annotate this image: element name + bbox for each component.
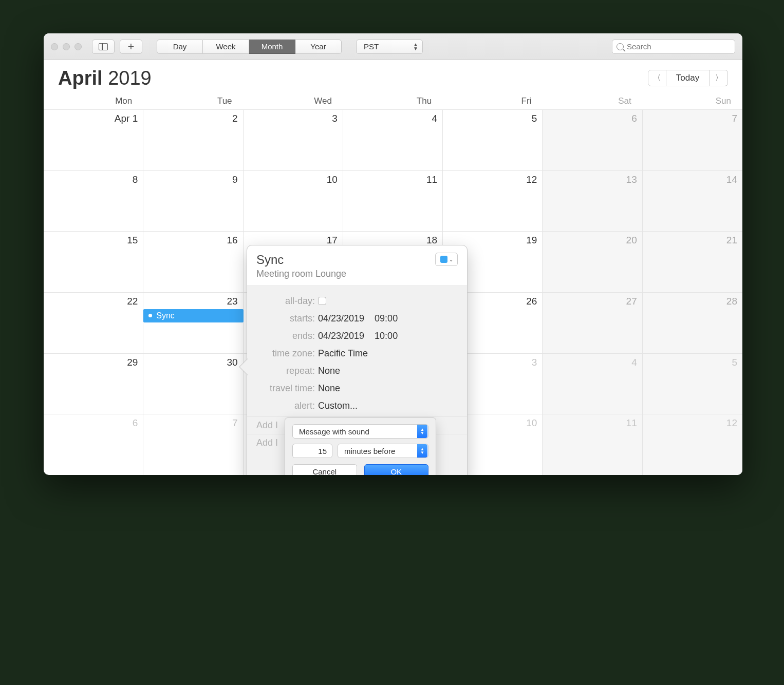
add-event-button[interactable]: + [120,40,142,54]
label-all-day: all-day: [256,296,318,307]
custom-alert-dialog: Message with sound ▲▼ minutes before ▲▼ … [285,417,436,475]
sidebar-icon [99,43,108,50]
timezone-value: PST [364,42,379,51]
day-cell[interactable]: 3 [244,109,343,170]
title-month: April [58,67,103,89]
title-year: 2019 [108,67,152,89]
zoom-window-button[interactable] [74,43,82,50]
day-cell[interactable]: 10 [244,170,343,232]
day-cell[interactable]: 29 [44,353,143,414]
weekday-tue: Tue [143,96,243,106]
day-cell[interactable]: 5 [643,353,742,414]
day-cell[interactable]: 9 [143,170,243,232]
day-cell[interactable]: 7 [143,414,243,475]
chevron-right-icon: 〉 [715,73,722,83]
day-cell[interactable]: Apr 1 [44,109,143,170]
day-cell[interactable]: 11 [543,414,642,475]
event-dot-icon [148,314,152,317]
day-cell[interactable]: 14 [643,170,742,232]
search-field[interactable] [612,40,735,54]
day-cell[interactable]: 7 [643,109,742,170]
alert-unit-select[interactable]: minutes before ▲▼ [338,444,428,458]
label-starts: starts: [256,313,318,324]
day-cell[interactable]: 15 [44,231,143,292]
weekday-fri: Fri [443,96,543,106]
today-button[interactable]: Today [666,70,710,86]
ends-time[interactable]: 10:00 [375,331,398,341]
alert-type-select[interactable]: Message with sound ▲▼ [292,424,428,439]
dropdown-arrows-icon: ▲▼ [417,425,427,438]
weekday-header: MonTueWedThuFriSatSun [44,96,742,109]
timezone-value-field[interactable]: Pacific Time [318,348,368,359]
event-chip[interactable]: Sync [143,309,243,322]
day-cell[interactable]: 12 [443,170,543,232]
stepper-arrows-icon: ▲▼ [413,43,418,51]
event-title[interactable]: Sync [256,253,346,267]
all-day-checkbox[interactable] [318,297,326,305]
starts-time[interactable]: 09:00 [375,313,398,324]
view-segmented-control: Day Week Month Year [157,40,342,54]
timezone-select[interactable]: PST ▲▼ [356,40,423,54]
label-travel: travel time: [256,383,318,394]
cancel-button[interactable]: Cancel [292,464,357,475]
day-cell[interactable]: 4 [343,109,443,170]
toggle-sidebar-button[interactable] [92,40,115,54]
label-timezone: time zone: [256,348,318,359]
dropdown-arrows-icon: ▲▼ [417,444,427,458]
day-cell[interactable]: 5 [443,109,543,170]
prev-month-button[interactable]: 〈 [648,70,666,86]
day-cell[interactable]: 12 [643,414,742,475]
next-month-button[interactable]: 〉 [710,70,728,86]
day-cell[interactable]: 30 [143,353,243,414]
repeat-value[interactable]: None [318,366,340,376]
event-location[interactable]: Meeting room Lounge [256,269,346,279]
chevron-left-icon: 〈 [654,73,661,83]
minimize-window-button[interactable] [63,43,70,50]
week-row: 891011121314 [44,170,742,232]
alert-type-value: Message with sound [299,427,369,436]
day-cell[interactable]: 11 [343,170,443,232]
label-ends: ends: [256,331,318,341]
window-controls [51,43,82,50]
starts-date[interactable]: 04/23/2019 [318,313,364,324]
day-cell[interactable]: 16 [143,231,243,292]
calendar-color-swatch [440,256,447,263]
toolbar: + Day Week Month Year PST ▲▼ [44,33,742,60]
day-cell[interactable]: 4 [543,353,642,414]
alert-value[interactable]: Custom... [318,401,358,411]
close-window-button[interactable] [51,43,58,50]
calendar-header: April 2019 〈 Today 〉 [44,60,742,96]
day-cell[interactable]: 8 [44,170,143,232]
weekday-wed: Wed [244,96,343,106]
ends-date[interactable]: 04/23/2019 [318,331,364,341]
travel-value[interactable]: None [318,383,340,394]
tab-year[interactable]: Year [295,40,342,54]
event-chip-label: Sync [156,311,175,320]
calendar-picker[interactable]: ⌄ [435,253,458,266]
chevron-down-icon: ⌄ [449,257,453,262]
tab-day[interactable]: Day [157,40,203,54]
tab-month[interactable]: Month [249,40,295,54]
search-input[interactable] [627,42,731,51]
plus-icon: + [128,41,135,52]
day-cell[interactable]: 20 [543,231,642,292]
event-fields: all-day: starts: 04/23/2019 09:00 ends: … [247,286,467,416]
label-repeat: repeat: [256,366,318,376]
popover-header: Sync Meeting room Lounge ⌄ [247,245,467,286]
alert-amount-input[interactable] [292,444,332,458]
day-cell[interactable]: 27 [543,292,642,353]
month-nav: 〈 Today 〉 [648,70,728,86]
day-cell[interactable]: 28 [643,292,742,353]
week-row: Apr 1234567 [44,109,742,170]
alert-unit-value: minutes before [344,447,395,455]
tab-week[interactable]: Week [203,40,249,54]
day-cell[interactable]: 23Sync [143,292,243,353]
day-cell[interactable]: 21 [643,231,742,292]
day-cell[interactable]: 13 [543,170,642,232]
ok-button[interactable]: OK [364,464,429,475]
day-cell[interactable]: 22 [44,292,143,353]
day-cell[interactable]: 6 [44,414,143,475]
day-cell[interactable]: 2 [143,109,243,170]
label-alert: alert: [256,401,318,411]
day-cell[interactable]: 6 [543,109,642,170]
